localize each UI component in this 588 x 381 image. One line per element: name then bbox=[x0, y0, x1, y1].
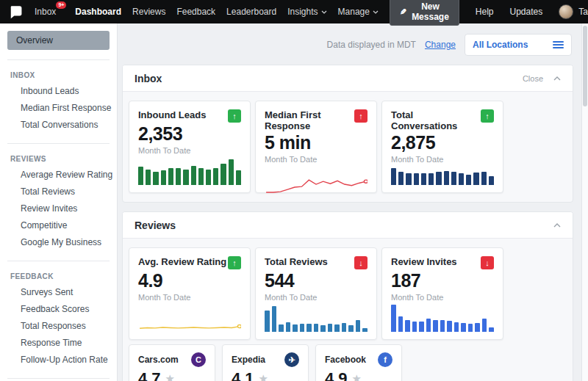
metric-card-review-invites: Review Invites ↓ 187 Month To Date bbox=[381, 247, 503, 340]
nav-item-leaderboard[interactable]: Leaderboard bbox=[226, 7, 276, 17]
sidebar-item-average-review-rating[interactable]: Average Review Rating bbox=[0, 167, 117, 184]
sidebar-section-inbox: INBOX bbox=[0, 70, 117, 83]
updates-link[interactable]: Updates bbox=[510, 7, 543, 17]
metric-title: Inbound Leads bbox=[138, 109, 206, 120]
trend-down-icon: ↓ bbox=[354, 256, 368, 269]
sidebar-item-response-time[interactable]: Response Time bbox=[0, 335, 117, 352]
user-name: Tana bbox=[578, 7, 588, 17]
facebook-icon: f bbox=[378, 352, 392, 367]
panel-title: Inbox bbox=[135, 73, 162, 84]
nav-item-manage[interactable]: Manage bbox=[338, 7, 379, 17]
rating-value: 4.7 bbox=[138, 369, 161, 381]
metric-value: 187 bbox=[391, 270, 494, 291]
total-conversations-bar-chart bbox=[391, 164, 494, 185]
sidebar-item-review-invites[interactable]: Review Invites bbox=[0, 200, 117, 217]
trend-up-icon: ↑ bbox=[228, 256, 241, 269]
chevron-up-icon[interactable] bbox=[553, 223, 561, 228]
metric-value: 2,875 bbox=[391, 132, 494, 153]
nav-item-inbox[interactable]: Inbox 9+ bbox=[35, 7, 56, 17]
nav-item-dashboard[interactable]: Dashboard bbox=[75, 7, 121, 17]
inbound-leads-bar-chart bbox=[138, 155, 241, 185]
rating-card-cars-com: Cars.com C 4.7 ★ Overall Rating bbox=[129, 344, 215, 381]
scrollbar-thumb[interactable] bbox=[583, 26, 587, 106]
avatar bbox=[559, 4, 573, 19]
reviews-panel: Reviews Avg. Review Rating ↑ 4.9 Mo bbox=[122, 211, 573, 381]
divider bbox=[7, 261, 110, 261]
sidebar-item-overview[interactable]: Overview bbox=[7, 31, 110, 50]
vertical-scrollbar[interactable] bbox=[581, 23, 588, 381]
metric-period: Month To Date bbox=[265, 293, 368, 302]
divider bbox=[7, 59, 110, 60]
sidebar-item-surveys-sent[interactable]: Surveys Sent bbox=[0, 284, 117, 301]
new-message-button[interactable]: ✎ New Message bbox=[390, 0, 459, 26]
panel-title: Reviews bbox=[135, 219, 176, 231]
trend-up-icon: ↑ bbox=[354, 109, 368, 123]
metric-card-total-reviews: Total Reviews ↓ 544 Month To Date bbox=[255, 247, 377, 340]
star-icon: ★ bbox=[352, 372, 362, 381]
trend-up-icon: ↑ bbox=[228, 109, 241, 123]
metric-title: Total Conversations bbox=[391, 109, 481, 131]
avg-review-rating-line-chart bbox=[138, 302, 241, 335]
metric-title: Total Reviews bbox=[265, 256, 328, 267]
chevron-down-icon bbox=[373, 10, 379, 14]
timezone-text: Data displayed in MDT bbox=[327, 40, 416, 50]
metric-title: Median First Response bbox=[265, 109, 354, 131]
sidebar-item-median-first-response[interactable]: Median First Response bbox=[0, 100, 117, 117]
sidebar-item-google-my-business[interactable]: Google My Business bbox=[0, 234, 117, 251]
trend-down-icon: ↓ bbox=[481, 256, 494, 269]
rating-card-facebook: Facebook f 4.9 ★ Overall Rating bbox=[315, 344, 402, 381]
divider bbox=[7, 378, 110, 379]
podium-logo-icon[interactable] bbox=[9, 4, 23, 19]
reviews-panel-header: Reviews bbox=[123, 212, 573, 239]
nav-item-feedback[interactable]: Feedback bbox=[176, 7, 215, 17]
inbox-panel-header: Inbox Close bbox=[123, 65, 573, 92]
trend-up-icon: ↑ bbox=[481, 109, 494, 123]
sidebar-item-total-conversations[interactable]: Total Conversations bbox=[0, 117, 117, 134]
metric-card-total-conversations: Total Conversations ↑ 2,875 Month To Dat… bbox=[381, 101, 503, 193]
main-content: Data displayed in MDT Change All Locatio… bbox=[118, 23, 588, 381]
metric-value: 5 min bbox=[265, 132, 368, 153]
review-invites-bar-chart bbox=[391, 302, 494, 332]
metric-value: 4.9 bbox=[138, 270, 241, 291]
menu-icon bbox=[553, 40, 564, 50]
sidebar-item-competitive[interactable]: Competitive bbox=[0, 217, 117, 234]
nav-item-insights[interactable]: Insights bbox=[287, 7, 326, 17]
median-first-response-line-chart bbox=[265, 164, 368, 197]
metric-period: Month To Date bbox=[391, 293, 494, 302]
rating-card-expedia: Expedia ✈ 4.1 ★ Overall Rating bbox=[222, 344, 309, 381]
metric-period: Month To Date bbox=[138, 293, 241, 302]
sidebar-item-total-reviews[interactable]: Total Reviews bbox=[0, 184, 117, 200]
divider bbox=[7, 143, 110, 144]
change-timezone-link[interactable]: Change bbox=[425, 40, 456, 50]
sidebar-item-follow-up-action-rate[interactable]: Follow-Up Action Rate bbox=[0, 352, 117, 369]
top-navbar: Inbox 9+ Dashboard Reviews Feedback Lead… bbox=[0, 0, 588, 23]
cars-com-icon: C bbox=[191, 352, 206, 367]
site-name: Facebook bbox=[325, 355, 366, 365]
inbox-count-badge: 9+ bbox=[56, 1, 66, 9]
sidebar: Overview INBOX Inbound Leads Median Firs… bbox=[0, 23, 118, 381]
total-reviews-bar-chart bbox=[265, 302, 368, 332]
toolbar: Data displayed in MDT Change All Locatio… bbox=[122, 34, 572, 56]
chevron-up-icon[interactable] bbox=[553, 76, 561, 81]
metric-period: Month To Date bbox=[391, 155, 494, 164]
metric-card-median-first-response: Median First Response ↑ 5 min Month To D… bbox=[255, 101, 377, 193]
location-selector-value: All Locations bbox=[473, 40, 528, 50]
rating-value: 4.9 bbox=[325, 369, 348, 381]
metric-card-inbound-leads: Inbound Leads ↑ 2,353 Month To Date bbox=[129, 101, 251, 193]
user-menu[interactable]: Tana bbox=[559, 4, 588, 19]
nav-item-reviews[interactable]: Reviews bbox=[132, 7, 165, 17]
sidebar-item-inbound-leads[interactable]: Inbound Leads bbox=[0, 83, 117, 100]
sidebar-section-feedback: FEEDBACK bbox=[0, 271, 117, 284]
location-selector[interactable]: All Locations bbox=[465, 34, 572, 56]
close-panel-link[interactable]: Close bbox=[523, 74, 543, 83]
site-name: Cars.com bbox=[138, 355, 179, 365]
sidebar-item-total-responses[interactable]: Total Responses bbox=[0, 318, 117, 335]
sidebar-item-feedback-scores[interactable]: Feedback Scores bbox=[0, 301, 117, 318]
metric-value: 2,353 bbox=[138, 123, 241, 145]
star-icon: ★ bbox=[165, 372, 175, 381]
site-name: Expedia bbox=[232, 355, 265, 365]
metric-title: Avg. Review Rating bbox=[138, 256, 226, 267]
help-link[interactable]: Help bbox=[476, 7, 494, 17]
metric-title: Review Invites bbox=[391, 256, 457, 267]
metric-value: 544 bbox=[265, 270, 368, 291]
